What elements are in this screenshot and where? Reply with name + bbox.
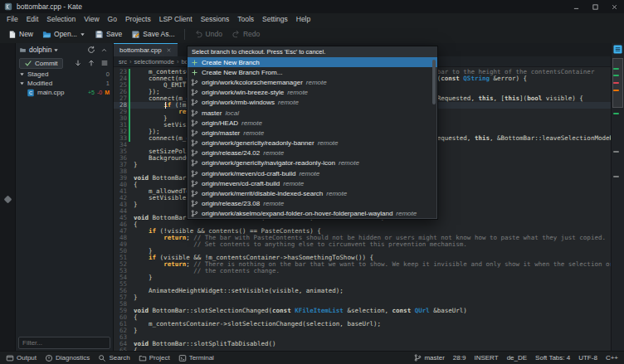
- status-tab-settings[interactable]: Soft Tabs: 4: [535, 354, 570, 362]
- branch-list-item[interactable]: origin/work/akselmo/expand-folder-on-hov…: [188, 209, 437, 219]
- toolbar-button-label: Redo: [243, 30, 260, 38]
- expander-icon[interactable]: [19, 71, 25, 77]
- code-line[interactable]: 54 }: [114, 274, 611, 281]
- commit-button[interactable]: Commit: [19, 58, 63, 69]
- popup-scrollbar[interactable]: [432, 60, 436, 104]
- git-section-staged[interactable]: Staged0: [16, 70, 113, 79]
- menu-item-projects[interactable]: Projects: [121, 15, 155, 23]
- minimize-button[interactable]: [567, 0, 586, 13]
- collapse-panel-button[interactable]: [99, 45, 110, 56]
- breadcrumb-src[interactable]: src: [119, 58, 127, 66]
- branch-list-item[interactable]: origin/work/merrit/disable-indexed-searc…: [188, 188, 437, 198]
- branch-list-item[interactable]: origin/HEADremote: [188, 118, 437, 128]
- branch-list-item[interactable]: origin/work/rmb-windowsremote: [188, 98, 437, 108]
- branch-list-item[interactable]: masterlocal: [188, 108, 437, 118]
- toolview-button-label: Output: [17, 354, 37, 362]
- git-menu-button[interactable]: [99, 58, 110, 69]
- filter-input[interactable]: [18, 337, 110, 349]
- scrollbar-minimap[interactable]: [611, 43, 624, 352]
- code-line[interactable]: 64void BottomBar::slotSplitTabDisabled(): [114, 341, 611, 347]
- menu-item-go[interactable]: Go: [104, 15, 121, 23]
- code-line[interactable]: 56 AnimatedHeightWidget::setVisible(visi…: [114, 288, 611, 294]
- new-button[interactable]: New: [3, 28, 37, 41]
- status-dictionary[interactable]: de_DE: [507, 354, 527, 362]
- output-toolview-button[interactable]: Output: [6, 354, 37, 362]
- status-label: INSERT: [474, 354, 498, 362]
- breadcrumb-selectionmode[interactable]: selectionmode: [134, 58, 174, 66]
- diagnostics-toolview-button[interactable]: Diagnostics: [45, 354, 90, 362]
- output-icon: [6, 354, 14, 362]
- project-selector[interactable]: dolphin: [29, 46, 83, 54]
- menu-item-edit[interactable]: Edit: [22, 15, 43, 23]
- terminal-toolview-button[interactable]: Terminal: [178, 354, 214, 362]
- maximize-button[interactable]: [586, 0, 605, 13]
- branch-list-item[interactable]: origin/masterremote: [188, 128, 437, 138]
- undo-button[interactable]: Undo: [190, 28, 227, 41]
- git-push-button[interactable]: [85, 58, 96, 69]
- branch-scope-label: remote: [299, 170, 319, 177]
- git-toolview-icon[interactable]: [3, 46, 12, 352]
- redo-button[interactable]: Redo: [227, 28, 264, 41]
- menu-item-settings[interactable]: Settings: [258, 15, 292, 23]
- menu-item-tools[interactable]: Tools: [233, 15, 258, 23]
- menu-item-selection[interactable]: Selection: [42, 15, 80, 23]
- tab-close-icon[interactable]: [166, 47, 172, 53]
- code-line[interactable]: 61 m_contentsContainer->slotSelectionCha…: [114, 321, 611, 328]
- git-pull-button[interactable]: [72, 58, 83, 69]
- minimap-mark: [613, 90, 619, 91]
- toolbar-button-label: Save As...: [143, 30, 174, 38]
- branch-list-item[interactable]: origin/release/23.08remote: [188, 199, 437, 209]
- status-git-branch[interactable]: master: [414, 354, 444, 362]
- status-cursor-position[interactable]: 28:9: [453, 354, 466, 362]
- branch-list-item[interactable]: origin/release/24.02remote: [188, 148, 437, 158]
- status-highlight-mode[interactable]: C++: [606, 354, 618, 362]
- code-line[interactable]: 57}: [114, 294, 611, 301]
- branch-label: Create New Branch From...: [202, 69, 282, 76]
- branch-scope-label: remote: [241, 119, 262, 127]
- code-line[interactable]: 59void BottomBar::slotSelectionChanged(c…: [114, 308, 611, 314]
- toolbar-button-label: Save: [106, 30, 122, 38]
- save-icon: [95, 30, 104, 39]
- document-list-button[interactable]: [613, 45, 622, 54]
- save-as-button[interactable]: Save As...: [127, 28, 178, 41]
- expander-icon[interactable]: [19, 80, 25, 86]
- project-toolview-button[interactable]: Project: [139, 354, 170, 362]
- branch-list-item[interactable]: origin/work/genericity/navigator-readonl…: [188, 158, 437, 168]
- project-header-row: dolphin: [16, 43, 113, 56]
- minimap-mark: [613, 151, 619, 153]
- refresh-button[interactable]: [85, 45, 96, 56]
- code-line[interactable]: 62}: [114, 328, 611, 334]
- status-input-mode[interactable]: INSERT: [474, 354, 498, 362]
- close-button[interactable]: [605, 0, 624, 13]
- git-section-modified[interactable]: Modified1: [16, 79, 113, 88]
- branch-list-item[interactable]: origin/work/meven/cd-craft-buildremote: [188, 168, 437, 178]
- menu-item-lsp-client[interactable]: LSP Client: [155, 15, 197, 23]
- menu-item-help[interactable]: Help: [292, 15, 314, 23]
- branch-list-item[interactable]: origin/work/win-breeze-styleremote: [188, 88, 437, 98]
- tab-bottombar-cpp[interactable]: bottombar.cpp: [114, 43, 178, 56]
- git-actions-row: Commit: [16, 56, 113, 70]
- branch-list-item[interactable]: Create New Branch: [188, 57, 437, 67]
- branch-icon: [191, 190, 198, 197]
- open-button[interactable]: Open...: [38, 28, 90, 41]
- toolbar-button-label: New: [19, 30, 33, 38]
- save-button[interactable]: Save: [90, 28, 126, 41]
- branch-icon: [191, 109, 198, 117]
- branch-scope-label: remote: [306, 79, 327, 86]
- menu-item-view[interactable]: View: [80, 15, 103, 23]
- search-toolview-button[interactable]: Search: [98, 354, 129, 362]
- code-line[interactable]: 49 // Set contents to anything else to c…: [114, 241, 611, 248]
- branch-list-item[interactable]: origin/work/kcolorschememanagerremote: [188, 77, 437, 87]
- status-encoding[interactable]: UTF-8: [578, 354, 597, 362]
- project-icon: [139, 354, 147, 362]
- branch-list-item[interactable]: Create New Branch From...: [188, 67, 437, 77]
- branch-list-item[interactable]: origin/meven/cd-craft-buildremote: [188, 178, 437, 188]
- git-file-main-cpp[interactable]: Cmain.cpp+5-0M: [16, 88, 113, 97]
- menu-item-sessions[interactable]: Sessions: [197, 15, 234, 23]
- project-folder-icon: [19, 46, 27, 54]
- branch-scope-label: remote: [326, 190, 347, 197]
- menu-item-file[interactable]: File: [2, 15, 22, 23]
- code-line[interactable]: 53 // the contents change.: [114, 268, 611, 274]
- toolview-button-label: Terminal: [189, 354, 214, 362]
- branch-list-item[interactable]: origin/work/genericity/readonly-bannerre…: [188, 138, 437, 148]
